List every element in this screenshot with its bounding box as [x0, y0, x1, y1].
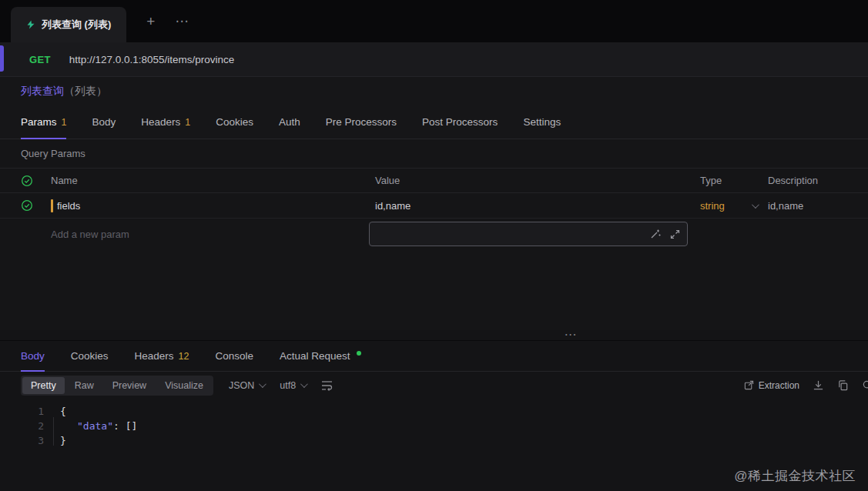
panel-splitter[interactable]: ⋯: [0, 330, 868, 341]
response-toolbar: Pretty Raw Preview Visualize JSON utf8 E…: [0, 372, 868, 399]
view-mode-visualize[interactable]: Visualize: [156, 377, 212, 394]
expand-editor-icon[interactable]: [670, 229, 680, 239]
column-header-value: Value: [375, 175, 700, 186]
response-tab-cookies-label: Cookies: [71, 350, 109, 362]
tab-post-processors[interactable]: Post Processors: [422, 105, 498, 139]
line-number: 2: [0, 419, 44, 433]
column-header-description: Description: [768, 175, 868, 186]
status-dot: [357, 351, 361, 356]
tab-settings[interactable]: Settings: [523, 105, 561, 139]
chevron-down-icon: [259, 380, 266, 388]
tab-cookies-label: Cookies: [216, 116, 253, 128]
code-line: }: [60, 433, 868, 448]
encoding-select[interactable]: utf8: [280, 380, 306, 391]
new-param-value-field: [369, 222, 688, 246]
response-tabs: Body Cookies Headers 12 Console Actual R…: [0, 341, 868, 372]
view-mode-pretty[interactable]: Pretty: [22, 377, 65, 394]
extraction-label: Extraction: [759, 380, 799, 391]
response-tab-headers[interactable]: Headers 12: [135, 341, 189, 371]
http-method-label[interactable]: GET: [29, 54, 51, 65]
line-number: 3: [0, 433, 44, 448]
tab-post-processors-label: Post Processors: [422, 116, 498, 128]
select-all-checkbox-icon[interactable]: [21, 175, 33, 187]
window-tab-bar: 列表查询 (列表) + ⋯: [0, 0, 868, 42]
view-mode-switcher: Pretty Raw Preview Visualize: [21, 376, 213, 396]
line-number-gutter: 1 2 3: [0, 399, 50, 491]
format-select[interactable]: JSON: [229, 380, 264, 391]
tab-headers[interactable]: Headers 1: [141, 105, 190, 139]
param-description-cell[interactable]: id,name: [768, 200, 868, 212]
param-name: fields: [57, 200, 80, 212]
view-mode-preview[interactable]: Preview: [104, 377, 155, 394]
brace-open: {: [60, 406, 66, 417]
column-header-name: Name: [51, 175, 375, 186]
json-value: []: [126, 420, 138, 432]
search-icon[interactable]: [862, 379, 868, 391]
response-body-viewer[interactable]: 1 2 3 { "data": [] }: [0, 399, 868, 491]
request-doc-name-link[interactable]: 列表查询: [21, 85, 64, 99]
response-tab-body[interactable]: Body: [21, 341, 45, 371]
response-tab-body-label: Body: [21, 350, 45, 362]
chevron-down-icon: [300, 380, 308, 388]
request-tab-title: 列表查询 (列表): [42, 18, 111, 32]
response-tab-cookies[interactable]: Cookies: [71, 341, 109, 371]
tab-params-label: Params: [21, 116, 57, 128]
response-toolbar-right: Extraction: [744, 379, 868, 391]
new-param-name-input[interactable]: [51, 229, 359, 240]
extraction-icon: [744, 380, 754, 390]
tab-pre-processors-label: Pre Processors: [326, 116, 397, 128]
view-mode-raw[interactable]: Raw: [66, 377, 102, 394]
response-tab-console-label: Console: [216, 350, 254, 362]
format-select-value: JSON: [229, 380, 254, 391]
code-lines: { "data": [] }: [50, 399, 868, 491]
tab-auth-label: Auth: [279, 116, 300, 128]
param-name-cell[interactable]: fields: [51, 199, 375, 212]
word-wrap-icon[interactable]: [321, 379, 333, 391]
param-value-cell[interactable]: id,name: [375, 200, 700, 212]
app-window: 列表查询 (列表) + ⋯ GET http://127.0.0.1:8055/…: [0, 0, 868, 491]
request-tab[interactable]: 列表查询 (列表): [11, 7, 126, 42]
request-url[interactable]: http://127.0.0.1:8055/items/province: [69, 54, 235, 65]
tab-params[interactable]: Params 1: [21, 105, 66, 139]
add-param-row: [0, 219, 868, 249]
extraction-button[interactable]: Extraction: [744, 380, 799, 391]
brace-close: }: [60, 435, 66, 446]
tab-cookies[interactable]: Cookies: [216, 105, 253, 139]
edit-caret: [51, 199, 53, 212]
magic-wand-icon[interactable]: [650, 229, 661, 239]
response-tab-console[interactable]: Console: [216, 341, 254, 371]
tab-body-label: Body: [92, 116, 116, 128]
code-line: {: [60, 404, 868, 419]
tab-settings-label: Settings: [523, 116, 561, 128]
new-tab-button[interactable]: +: [146, 14, 155, 28]
json-key: "data": [77, 420, 113, 432]
tab-more-menu-button[interactable]: ⋯: [175, 15, 189, 28]
param-enabled-checkbox-icon[interactable]: [21, 199, 33, 212]
copy-icon[interactable]: [837, 379, 849, 391]
active-request-indicator: [0, 45, 4, 72]
download-icon[interactable]: [813, 379, 824, 391]
param-type-value: string: [700, 200, 725, 212]
query-params-section-title: Query Params: [0, 139, 868, 168]
request-url-bar[interactable]: GET http://127.0.0.1:8055/items/province: [0, 42, 868, 77]
splitter-handle-icon[interactable]: ⋯: [565, 331, 578, 339]
param-type-select[interactable]: string: [700, 200, 768, 212]
code-line: "data": []: [60, 419, 868, 433]
api-method-icon: [26, 20, 35, 29]
tab-pre-processors[interactable]: Pre Processors: [326, 105, 397, 139]
tab-params-badge: 1: [62, 117, 67, 128]
response-tab-headers-label: Headers: [135, 350, 174, 362]
tab-auth[interactable]: Auth: [279, 105, 300, 139]
new-param-value-input[interactable]: [377, 229, 641, 240]
response-tab-headers-badge: 12: [179, 351, 189, 362]
tab-headers-badge: 1: [185, 117, 190, 128]
request-doc-suffix: （列表）: [64, 85, 107, 99]
column-header-type: Type: [700, 175, 768, 186]
indent-guide: [53, 417, 54, 446]
line-number: 1: [0, 404, 44, 419]
tab-body[interactable]: Body: [92, 105, 116, 139]
response-tab-actual-request-label: Actual Request: [280, 350, 350, 362]
query-params-header-row: Name Value Type Description: [0, 168, 868, 193]
request-name-row: 列表查询 （列表）: [0, 77, 868, 105]
response-tab-actual-request[interactable]: Actual Request: [280, 341, 361, 371]
